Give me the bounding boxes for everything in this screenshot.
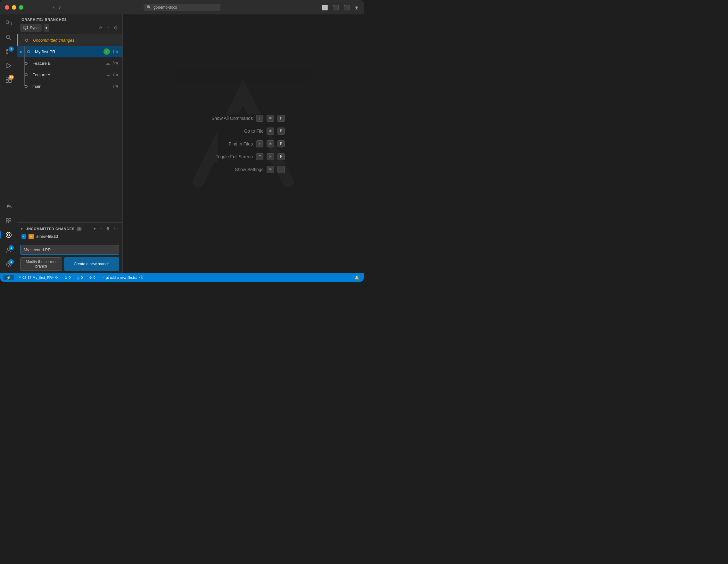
svg-rect-21 — [9, 221, 11, 223]
activity-item-settings[interactable]: 1 — [2, 258, 15, 271]
svg-marker-7 — [7, 63, 11, 68]
activity-item-graphite[interactable] — [2, 228, 15, 241]
uncommitted-changes-section: ▼ UNCOMMITTED CHANGES 1 + − 🗑 ··· ✓ M a-… — [17, 222, 122, 242]
command-text: gt add a-new-file.txt — [106, 276, 137, 279]
shortcut-show-all-commands: Show All Commands ⇧ ⌘ P — [202, 115, 285, 122]
shortcuts-panel: Show All Commands ⇧ ⌘ P Go to File ⌘ P F… — [202, 115, 285, 173]
file-checkbox[interactable]: ✓ — [21, 234, 26, 239]
branch-name-my-first-pr: My first PR — [33, 49, 103, 54]
branch-expand-arrow: ▶ — [20, 50, 23, 54]
status-branch[interactable]: ⑂ 02-17-My_first_PR+ ⟳ — [18, 276, 59, 280]
activity-item-run[interactable] — [2, 59, 15, 72]
kbd-cmd: ⌘ — [267, 166, 274, 173]
remove-file-icon[interactable]: − — [99, 226, 104, 232]
commit-message-input[interactable] — [20, 245, 119, 255]
file-item-a-new-file[interactable]: ✓ M a-new-file.txt — [17, 233, 122, 240]
activity-item-search[interactable] — [2, 31, 15, 44]
add-file-icon[interactable]: + — [92, 226, 97, 232]
sidebar-toolbar: Sync ▾ ⟳ ↑ ⚙ — [17, 24, 122, 34]
bell-icon[interactable]: 🔔 — [353, 276, 360, 280]
branch-time-main: 7m — [112, 84, 118, 88]
svg-rect-19 — [9, 219, 11, 220]
sidebar-toggle-icon[interactable]: ⬜ — [321, 4, 329, 11]
kbd-p: P — [277, 128, 285, 135]
titlebar: ‹ › 🔍 ⬜ ⬛ ⬛ ⊞ — [0, 0, 364, 14]
split-icon[interactable]: ⬛ — [343, 4, 351, 11]
svg-point-22 — [6, 232, 12, 238]
upload-icon[interactable]: ↑ — [106, 24, 111, 32]
ports-icon: ⊹ — [89, 276, 92, 280]
activity-item-explorer[interactable] — [2, 17, 15, 30]
success-icon: ✓ — [102, 276, 105, 280]
status-command[interactable]: ✓ gt add a-new-file.txt ⓘ — [101, 275, 145, 280]
nav-back-button[interactable]: ‹ — [52, 4, 56, 11]
warning-icon: △ — [77, 276, 79, 280]
close-button[interactable] — [5, 5, 9, 10]
section-toolbar: + − 🗑 ··· — [92, 226, 119, 232]
minimize-button[interactable] — [12, 5, 16, 10]
svg-rect-16 — [7, 205, 9, 206]
discard-icon[interactable]: 🗑 — [105, 226, 112, 232]
branch-meta-feature-a: ☁ 7m — [106, 72, 118, 77]
branch-row-main[interactable]: main 7m — [17, 80, 122, 92]
kbd-f: F — [277, 140, 285, 147]
svg-rect-20 — [6, 221, 8, 223]
ports-count: 0 — [93, 276, 95, 279]
search-bar[interactable]: 🔍 — [144, 4, 220, 11]
maximize-button[interactable] — [19, 5, 23, 10]
activity-item-remote[interactable] — [2, 214, 15, 227]
svg-rect-0 — [6, 21, 8, 24]
sync-button[interactable]: Sync — [20, 24, 42, 32]
uncommitted-changes-item[interactable]: Uncommitted changes — [17, 34, 122, 46]
sync-dropdown-button[interactable]: ▾ — [44, 24, 49, 32]
activity-item-docker[interactable] — [2, 200, 15, 213]
nav-forward-button[interactable]: › — [58, 4, 62, 11]
shortcut-go-to-file: Go to File ⌘ P — [202, 128, 285, 135]
shortcut-label: Show Settings — [212, 167, 263, 172]
shortcut-show-settings: Show Settings ⌘ , — [202, 166, 285, 173]
file-name: a-new-file.txt — [36, 234, 58, 239]
shortcut-label: Go to File — [212, 129, 263, 134]
svg-rect-26 — [24, 26, 28, 29]
uncommitted-section-header[interactable]: ▼ UNCOMMITTED CHANGES 1 + − 🗑 ··· — [17, 225, 122, 233]
cloud-upload-icon-a: ☁ — [106, 72, 110, 77]
settings-icon[interactable]: ⚙ — [112, 24, 119, 32]
grid-icon[interactable]: ⊞ — [354, 4, 359, 11]
status-ports[interactable]: ⊹ 0 — [88, 276, 96, 280]
branch-row-feature-b[interactable]: Feature B ☁ 6m — [17, 57, 122, 69]
status-errors[interactable]: ⊘ 0 — [63, 276, 72, 280]
create-branch-button[interactable]: Create a new branch — [64, 257, 119, 271]
status-warnings[interactable]: △ 0 — [76, 276, 84, 280]
sync-label: Sync — [30, 26, 38, 30]
svg-point-23 — [7, 234, 10, 236]
more-icon[interactable]: ··· — [113, 226, 119, 232]
activity-item-source-control[interactable]: 1 — [2, 45, 15, 58]
layout-icon[interactable]: ⬛ — [332, 4, 340, 11]
commit-buttons: Modify the current branch Create a new b… — [20, 257, 119, 271]
svg-point-4 — [6, 49, 8, 51]
search-icon: 🔍 — [147, 5, 152, 10]
activity-item-account[interactable]: 1 — [2, 244, 15, 257]
branch-time-feature-b: 6m — [112, 61, 118, 65]
file-type-icon: M — [29, 234, 34, 239]
search-input[interactable] — [153, 5, 211, 10]
sidebar-header: GRAPHITE: BRANCHES — [17, 14, 122, 24]
shortcut-label: Find in Files — [202, 141, 253, 146]
refresh-icon[interactable]: ⟳ — [97, 24, 104, 32]
vscode-icon: ⚡ — [6, 275, 11, 280]
branch-row-my-first-pr[interactable]: ▶ My first PR ↑ 1m — [17, 46, 122, 57]
kbd-f: F — [277, 153, 285, 160]
shortcut-find-in-files: Find in Files ⇧ ⌘ F — [202, 140, 285, 147]
sidebar: GRAPHITE: BRANCHES Sync ▾ ⟳ ↑ ⚙ Uncommit… — [17, 14, 123, 273]
main-content: Show All Commands ⇧ ⌘ P Go to File ⌘ P F… — [123, 14, 364, 273]
svg-point-6 — [6, 53, 8, 54]
status-bar: ⚡ ⑂ 02-17-My_first_PR+ ⟳ ⊘ 0 △ 0 ⊹ 0 ✓ g… — [0, 273, 364, 282]
activity-bar: 1 19 1 1 — [0, 14, 17, 273]
uncommitted-count-badge: 1 — [77, 227, 82, 231]
svg-rect-11 — [6, 80, 8, 82]
branch-row-feature-a[interactable]: Feature A ☁ 7m — [17, 69, 122, 80]
error-icon: ⊘ — [64, 276, 67, 280]
modify-branch-button[interactable]: Modify the current branch — [20, 257, 62, 271]
activity-item-extensions[interactable]: 19 — [2, 73, 15, 86]
status-branch-icon[interactable]: ⚡ — [4, 275, 14, 280]
